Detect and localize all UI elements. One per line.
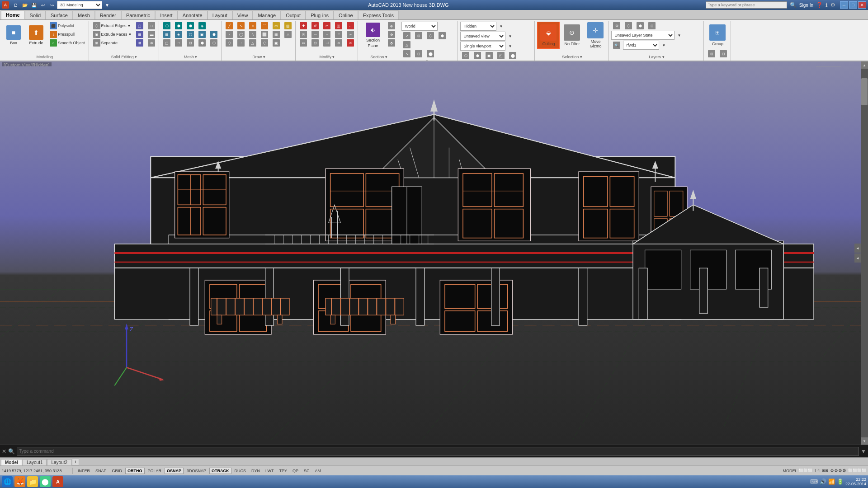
layer-btn1[interactable]: ⬡ (623, 22, 634, 30)
section-btn3[interactable]: ⬘ (386, 39, 397, 47)
saved-view-btn[interactable]: ▼ (506, 32, 514, 40)
separate-btn[interactable]: ⊞ Separate (91, 39, 134, 47)
draw-3d-btn[interactable]: ⬡ (259, 39, 270, 47)
settings-icon[interactable]: ⚙ (830, 2, 835, 8)
tab-manage[interactable]: Manage (253, 10, 281, 19)
tab-plugins[interactable]: Plug-ins (306, 10, 334, 19)
draw-rect-btn[interactable]: ▭ (271, 22, 282, 30)
minimize-btn[interactable]: ─ (840, 1, 848, 9)
tab-layout1[interactable]: Layout1 (23, 459, 47, 465)
coord-btn8[interactable]: ⬤ (425, 50, 436, 58)
tab-online[interactable]: Online (334, 10, 358, 19)
maximize-btn[interactable]: □ (849, 1, 857, 9)
workspace-selector[interactable]: 3D Modeling (57, 1, 102, 9)
mesh-btn2[interactable]: ⬢ (173, 22, 184, 30)
tab-render[interactable]: Render (95, 10, 121, 19)
draw-region-btn[interactable]: ⬜ (259, 30, 270, 38)
mesh-btn12[interactable]: ⊟ (185, 39, 196, 47)
ortho-btn[interactable]: ORTHO (125, 468, 145, 474)
move-btn[interactable]: ✚ (298, 22, 309, 30)
culling-button[interactable]: ⬙ Culling (537, 22, 560, 49)
tab-surface[interactable]: Surface (46, 10, 73, 19)
visual-style-btn[interactable]: ▼ (497, 22, 505, 30)
grid-btn[interactable]: GRID (110, 468, 125, 474)
stretch-btn[interactable]: ⇔ (298, 39, 309, 47)
view-arrow-up[interactable]: ◄ (854, 244, 861, 253)
copy-btn[interactable]: ⎘ (298, 30, 309, 38)
draw-pline-btn[interactable]: ⤡ (236, 22, 246, 30)
tab-annotate[interactable]: Annotate (178, 10, 208, 19)
osnap-btn[interactable]: OSNAP (165, 468, 184, 474)
command-input[interactable] (17, 447, 859, 456)
world-dropdown[interactable]: World (401, 22, 438, 31)
coord-btn3[interactable]: ⬡ (425, 32, 436, 40)
taskbar-autocad[interactable]: A (52, 476, 63, 487)
tab-mesh[interactable]: Mesh (73, 10, 95, 19)
draw-spline-btn[interactable]: ∿ (247, 30, 258, 38)
tab-output[interactable]: Output (281, 10, 306, 19)
qa-new-btn[interactable]: 🗋 (12, 1, 20, 9)
smooth-object-btn[interactable]: ○ Smooth Object (48, 39, 87, 47)
am-btn[interactable]: AM (312, 468, 323, 474)
view-icon-btn4[interactable]: ◰ (495, 52, 506, 60)
join-btn[interactable]: ⊕ (333, 39, 344, 47)
search-input[interactable] (706, 1, 787, 9)
layer-state-dropdown[interactable]: Unsaved Layer State (611, 31, 675, 40)
layer-filter-dropdown[interactable]: rfwd1 (623, 41, 659, 50)
scroll-thumb-v[interactable] (861, 78, 868, 105)
lwt-btn[interactable]: LWT (263, 468, 276, 474)
tab-model[interactable]: Model (1, 459, 22, 465)
group-button[interactable]: ⊞ Group (706, 22, 729, 49)
otrack-btn[interactable]: OTRACK (209, 468, 231, 474)
solid-btn4[interactable]: □ (146, 22, 157, 30)
tab-view[interactable]: View (232, 10, 253, 19)
view-arrow-down[interactable]: ◄ (854, 253, 861, 263)
ducs-btn[interactable]: DUCS (232, 468, 249, 474)
viewport-btn[interactable]: ▼ (506, 42, 514, 50)
qa-undo-btn[interactable]: ↩ (39, 1, 47, 9)
layer-btn2[interactable]: ⬢ (635, 22, 646, 30)
scroll-up-btn[interactable]: ▲ (861, 61, 868, 69)
taskbar-folder[interactable]: 📁 (27, 476, 38, 487)
mesh-btn1[interactable]: ⬡ (161, 22, 172, 30)
polysolid-btn[interactable]: ⬛ Polysolid (48, 22, 87, 30)
coord-btn6[interactable]: ↘ (401, 50, 412, 58)
draw-line-btn[interactable]: ╱ (224, 22, 235, 30)
qa-dropdown-btn[interactable]: ▼ (103, 1, 111, 9)
sc-btn[interactable]: SC (302, 468, 312, 474)
extrude-button[interactable]: ⬆ Extrude (25, 22, 47, 49)
cmd-search-icon[interactable]: 🔍 (8, 448, 15, 455)
info-icon[interactable]: ℹ (826, 2, 828, 8)
layer-state-btn[interactable]: ▼ (675, 31, 683, 39)
mesh-btn5[interactable]: ▦ (161, 30, 172, 38)
qa-open-btn[interactable]: 📂 (21, 1, 29, 9)
solid-btn1[interactable]: ▢ (134, 22, 145, 30)
group-btn2[interactable]: ⊟ (718, 50, 729, 58)
cmd-close-icon[interactable]: ✕ (2, 448, 6, 455)
vertical-scrollbar[interactable]: ▲ ▼ (861, 61, 868, 445)
section-btn2[interactable]: ⬗ (386, 30, 397, 38)
erase-btn[interactable]: ✕ (345, 39, 356, 47)
view-icon-btn2[interactable]: ⬢ (472, 52, 483, 60)
qa-save-btn[interactable]: 💾 (30, 1, 38, 9)
mesh-btn11[interactable]: □ (173, 39, 184, 47)
help-icon[interactable]: ❓ (816, 2, 823, 8)
coord-btn2[interactable]: ⊞ (413, 32, 424, 40)
mirror-btn[interactable]: ◫ (333, 22, 344, 30)
snap-btn[interactable]: SNAP (93, 468, 109, 474)
layer-settings-btn[interactable]: ⚙ (611, 22, 622, 30)
offset-btn[interactable]: ⊡ (310, 39, 321, 47)
taskbar-firefox[interactable]: 🦊 (14, 476, 25, 487)
draw-mline-btn[interactable]: ⫶ (236, 39, 246, 47)
tpy-btn[interactable]: TPY (277, 468, 289, 474)
mesh-btn13[interactable]: ⬢ (197, 39, 208, 47)
move-gizmo-button[interactable]: ✛ Move Gizmo (584, 22, 607, 49)
tab-layout[interactable]: Layout (208, 10, 232, 19)
sign-in-label[interactable]: Sign In (799, 3, 813, 8)
draw-hatch-btn[interactable]: ▨ (283, 22, 293, 30)
coord-btn7[interactable]: ⊟ (413, 50, 424, 58)
infer-btn[interactable]: INFER (75, 468, 92, 474)
mesh-btn14[interactable]: ⬡ (208, 39, 219, 47)
close-btn[interactable]: ✕ (858, 1, 866, 9)
extract-edges-btn[interactable]: ⬡ Extract Edges ▼ (91, 22, 134, 30)
